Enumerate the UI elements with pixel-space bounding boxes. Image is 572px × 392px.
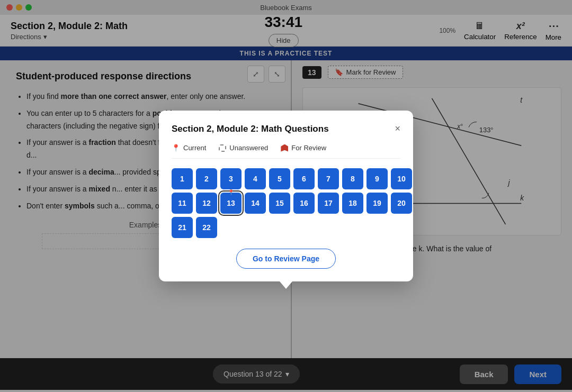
modal-title: Section 2, Module 2: Math Questions <box>172 124 329 134</box>
question-cell-2[interactable]: 2 <box>196 168 217 189</box>
question-cell-label: 4 <box>253 175 257 183</box>
go-to-review-button[interactable]: Go to Review Page <box>236 249 336 269</box>
modal-legend: 📍 Current Unanswered For Review <box>172 144 400 159</box>
question-cell-3[interactable]: 3 <box>220 168 242 189</box>
question-cell-11[interactable]: 11 <box>172 193 193 214</box>
question-navigator-modal: Section 2, Module 2: Math Questions × 📍 … <box>159 111 413 281</box>
question-cell-16[interactable]: 16 <box>293 193 315 214</box>
unanswered-icon <box>219 144 226 152</box>
question-cell-label: 6 <box>302 175 306 183</box>
question-cell-label: 22 <box>202 223 211 232</box>
question-cell-19[interactable]: 19 <box>367 193 388 214</box>
question-cell-20[interactable]: 20 <box>391 193 412 214</box>
question-cell-label: 18 <box>348 199 357 207</box>
question-cell-label: 9 <box>375 175 379 183</box>
modal-pointer <box>280 281 292 289</box>
legend-current-label: Current <box>183 144 206 152</box>
question-cell-label: 20 <box>397 199 406 207</box>
question-cell-17[interactable]: 17 <box>318 193 339 214</box>
legend-for-review: For Review <box>281 144 326 152</box>
current-question-pin-icon: 📍 <box>228 189 234 195</box>
question-cell-13[interactable]: 📍13 <box>220 193 242 214</box>
question-cell-14[interactable]: 14 <box>245 193 266 214</box>
question-cell-21[interactable]: 21 <box>172 217 193 238</box>
question-cell-9[interactable]: 9 <box>367 168 388 189</box>
question-cell-label: 8 <box>351 175 355 183</box>
question-cell-10[interactable]: 10 <box>391 168 412 189</box>
question-cell-8[interactable]: 8 <box>342 168 363 189</box>
question-cell-label: 17 <box>324 199 333 207</box>
question-cell-18[interactable]: 18 <box>342 193 363 214</box>
question-cell-label: 7 <box>326 175 330 183</box>
for-review-icon <box>281 144 288 152</box>
modal-wrapper: Section 2, Module 2: Math Questions × 📍 … <box>159 111 413 281</box>
question-cell-7[interactable]: 7 <box>318 168 339 189</box>
legend-current: 📍 Current <box>172 144 206 152</box>
question-cell-label: 16 <box>300 199 308 207</box>
question-cell-15[interactable]: 15 <box>269 193 290 214</box>
modal-header: Section 2, Module 2: Math Questions × <box>172 123 400 134</box>
legend-unanswered: Unanswered <box>219 144 268 152</box>
question-cell-22[interactable]: 22 <box>196 217 217 238</box>
question-grid: 123456789101112📍13141516171819202122 <box>172 168 400 238</box>
modal-overlay[interactable]: Section 2, Module 2: Math Questions × 📍 … <box>0 0 572 392</box>
legend-for-review-label: For Review <box>291 144 326 152</box>
legend-unanswered-label: Unanswered <box>229 144 268 152</box>
question-cell-label: 12 <box>202 199 211 207</box>
question-cell-6[interactable]: 6 <box>293 168 315 189</box>
question-cell-label: 1 <box>180 175 184 183</box>
current-pin-icon: 📍 <box>172 144 180 152</box>
question-cell-label: 15 <box>275 199 284 207</box>
question-cell-label: 14 <box>251 199 260 207</box>
modal-close-button[interactable]: × <box>395 123 400 134</box>
question-cell-label: 11 <box>178 199 186 207</box>
question-cell-4[interactable]: 4 <box>245 168 266 189</box>
question-cell-12[interactable]: 12 <box>196 193 217 214</box>
question-cell-label: 2 <box>204 175 209 183</box>
question-cell-label: 3 <box>229 175 233 183</box>
question-cell-label: 19 <box>373 199 381 207</box>
question-cell-label: 5 <box>278 175 282 183</box>
question-cell-label: 10 <box>397 175 406 183</box>
question-cell-1[interactable]: 1 <box>172 168 193 189</box>
question-cell-label: 21 <box>178 223 186 232</box>
question-cell-5[interactable]: 5 <box>269 168 290 189</box>
question-cell-label: 13 <box>227 199 235 207</box>
